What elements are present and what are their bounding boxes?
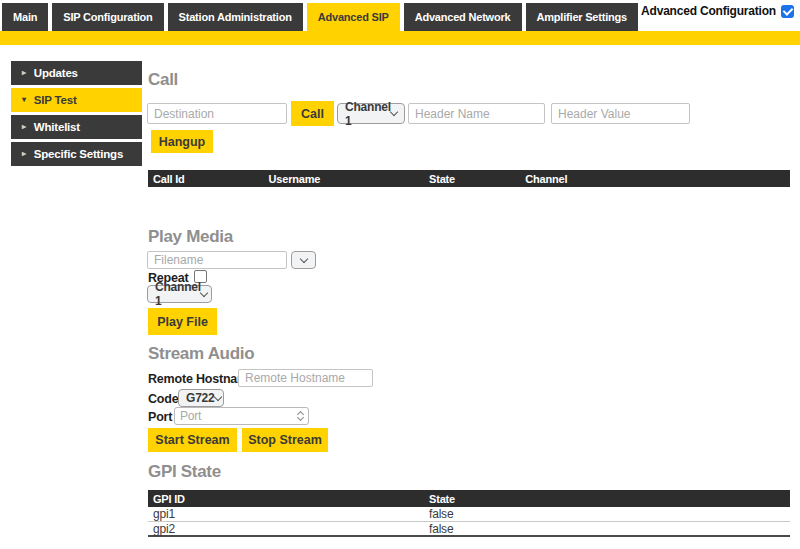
codec-select-value: G722 [186, 391, 215, 405]
advanced-configuration-checkbox[interactable] [781, 5, 794, 18]
sidebar: ▸ Updates ▾ SIP Test ▸ Whitelist ▸ Speci… [11, 61, 142, 166]
tab-station-administration[interactable]: Station Administration [168, 3, 303, 31]
gpi-id-cell: gpi2 [148, 522, 424, 536]
sidebar-item-sip-test[interactable]: ▾ SIP Test [11, 88, 142, 112]
chevron-right-icon: ▸ [22, 150, 26, 158]
port-placeholder: Port [180, 409, 201, 423]
tab-sip-configuration[interactable]: SIP Configuration [52, 3, 163, 31]
play-media-heading: Play Media [148, 227, 233, 247]
play-media-channel-select-value: Channel 1 [155, 280, 201, 308]
play-media-channel-select[interactable]: Channel 1 [147, 285, 212, 303]
chevron-down-icon [200, 288, 208, 296]
sidebar-item-updates[interactable]: ▸ Updates [11, 61, 142, 85]
gpi-id-cell: gpi1 [148, 507, 424, 521]
call-table-header: Call Id Username State Channel [148, 170, 790, 187]
tab-main[interactable]: Main [2, 3, 48, 31]
sidebar-item-label: SIP Test [34, 94, 77, 106]
stream-audio-heading: Stream Audio [148, 344, 254, 364]
call-table-col-callid: Call Id [148, 173, 264, 185]
accent-bar [0, 31, 800, 45]
filename-input[interactable] [147, 251, 287, 269]
tab-advanced-sip[interactable]: Advanced SIP [307, 3, 400, 31]
call-button[interactable]: Call [291, 101, 334, 126]
filename-dropdown-button[interactable] [291, 251, 316, 269]
header-value-input[interactable] [551, 103, 690, 124]
remote-hostname-input[interactable] [238, 369, 373, 387]
chevron-down-icon [390, 108, 398, 116]
play-file-button[interactable]: Play File [148, 308, 217, 335]
advanced-configuration-label: Advanced Configuration [641, 4, 776, 18]
chevron-down-icon [299, 254, 307, 262]
advanced-configuration-control: Advanced Configuration [641, 4, 794, 18]
chevron-down-icon: ▾ [22, 96, 26, 104]
port-input[interactable]: Port [174, 407, 309, 425]
sidebar-item-specific-settings[interactable]: ▸ Specific Settings [11, 142, 142, 166]
call-channel-select[interactable]: Channel 1 [337, 103, 405, 124]
sidebar-item-whitelist[interactable]: ▸ Whitelist [11, 115, 142, 139]
top-tab-bar: Main SIP Configuration Station Administr… [2, 3, 638, 31]
gpi-table: GPI ID State gpi1 false gpi2 false [148, 490, 790, 537]
app-window: Main SIP Configuration Station Administr… [0, 0, 800, 549]
call-table-col-username: Username [264, 173, 425, 185]
tab-amplifier-settings[interactable]: Amplifier Settings [526, 3, 639, 31]
gpi-state-cell: false [424, 507, 790, 521]
gpi-state-cell: false [424, 522, 790, 536]
chevron-right-icon: ▸ [22, 69, 26, 77]
call-heading: Call [148, 70, 178, 90]
sidebar-item-label: Whitelist [34, 121, 80, 133]
tab-advanced-network[interactable]: Advanced Network [404, 3, 522, 31]
gpi-table-col-state: State [424, 493, 790, 505]
gpi-table-col-id: GPI ID [148, 493, 424, 505]
start-stream-button[interactable]: Start Stream [148, 428, 237, 452]
stop-stream-button[interactable]: Stop Stream [242, 428, 328, 452]
chevron-right-icon: ▸ [22, 123, 26, 131]
gpi-table-header: GPI ID State [148, 490, 790, 507]
codec-select[interactable]: G722 [178, 389, 224, 407]
sidebar-item-label: Updates [34, 67, 78, 79]
table-row: gpi1 false [148, 507, 790, 522]
destination-input[interactable] [147, 103, 287, 124]
number-spinner-icon[interactable] [298, 412, 303, 420]
call-table-col-state: State [424, 173, 520, 185]
table-row: gpi2 false [148, 522, 790, 537]
sidebar-item-label: Specific Settings [34, 148, 123, 160]
call-table-col-channel: Channel [520, 173, 790, 185]
header-name-input[interactable] [408, 103, 545, 124]
gpi-state-heading: GPI State [148, 462, 221, 482]
call-table: Call Id Username State Channel [148, 170, 790, 187]
hangup-button[interactable]: Hangup [151, 130, 213, 153]
call-channel-select-value: Channel 1 [345, 100, 391, 128]
port-label: Port [148, 410, 172, 424]
